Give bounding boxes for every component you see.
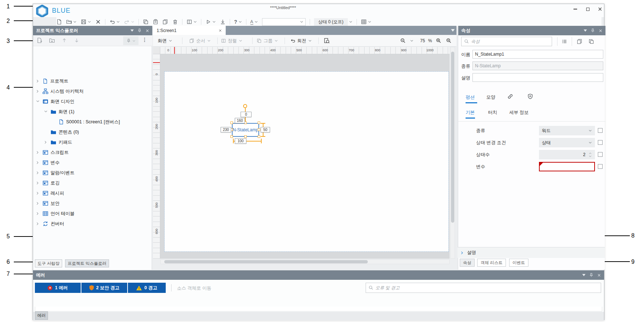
state-selector[interactable]: 상태 0 (오프) [314, 18, 353, 26]
rotation-handle[interactable] [243, 104, 247, 108]
selection-handle-e[interactable] [258, 128, 260, 131]
stepper-up-icon[interactable] [588, 152, 592, 155]
horizontal-scrollbar[interactable] [160, 259, 450, 264]
description-input[interactable] [472, 73, 603, 82]
minimize-button[interactable] [570, 5, 580, 13]
filter-errors-button[interactable]: ✕ 1 에러 [35, 283, 81, 293]
chevron-down-icon[interactable] [44, 110, 48, 114]
order-menu-button[interactable]: 순서 [189, 35, 211, 47]
panel-close-icon[interactable] [145, 29, 149, 33]
tree-item-security[interactable]: 보안 [36, 199, 60, 207]
properties-search-input[interactable] [471, 39, 549, 44]
tab-appearance[interactable]: 모양 [486, 94, 495, 100]
tab-link-icon[interactable] [507, 94, 513, 99]
prop-type-dropdown[interactable]: 워드 [539, 126, 595, 135]
tree-item-recipe[interactable]: 레시피 [36, 189, 64, 197]
help-button[interactable]: ? [234, 19, 242, 25]
prop-state-count-stepper[interactable]: 2 [539, 150, 595, 159]
vertical-scrollbar[interactable] [450, 47, 455, 259]
duplicate-button[interactable] [162, 19, 168, 25]
pin-icon[interactable] [589, 273, 594, 278]
tree-item-variables[interactable]: 변수 [36, 159, 60, 167]
chevron-right-icon[interactable] [36, 191, 40, 195]
horizontal-scrollbar-thumb[interactable] [164, 260, 368, 263]
export-document-button[interactable] [37, 37, 43, 43]
chevron-right-icon[interactable] [36, 171, 40, 175]
properties-search[interactable] [461, 37, 552, 46]
tab-events[interactable]: 이벤트 [509, 259, 528, 267]
tab-function[interactable]: 펑션 [466, 94, 475, 100]
layout-dropdown-icon[interactable] [193, 20, 197, 23]
target-combobox[interactable] [262, 18, 306, 26]
delete-button[interactable] [172, 19, 178, 25]
filter-security-warnings-button[interactable]: 2 보안 경고 [81, 283, 127, 293]
chevron-right-icon[interactable] [36, 212, 40, 215]
rotate-menu-button[interactable]: 회전 [290, 35, 312, 47]
panel-menu-icon[interactable] [584, 29, 587, 32]
save-button[interactable] [81, 19, 91, 25]
close-button[interactable] [595, 5, 605, 13]
tree-item-contents-folder[interactable]: 콘텐츠 (0) [51, 128, 79, 136]
zoom-out-button[interactable] [400, 35, 406, 47]
n-statelamp-widget[interactable]: N-StateLamp [232, 123, 259, 137]
subtab-touch[interactable]: 터치 [488, 110, 497, 116]
pin-icon[interactable] [137, 28, 142, 33]
grid-dropdown-icon[interactable] [368, 20, 371, 23]
tree-item-script[interactable]: 스크립트 [36, 148, 69, 156]
font-dropdown-icon[interactable] [254, 20, 258, 23]
open-dropdown-icon[interactable] [73, 20, 77, 23]
chevron-down-icon[interactable] [36, 100, 40, 103]
grid-button[interactable] [361, 19, 371, 25]
subtab-basic[interactable]: 기본 [466, 110, 475, 116]
chevron-right-icon[interactable] [36, 79, 40, 83]
selection-handle-sw[interactable] [230, 135, 233, 138]
tab-errors[interactable]: 에러 [35, 311, 48, 320]
prop-state-condition-checkbox[interactable] [598, 140, 603, 145]
paste-button[interactable] [153, 19, 158, 25]
save-dropdown-icon[interactable] [88, 20, 91, 23]
tree-item-logging[interactable]: 로깅 [36, 179, 60, 187]
filter-warnings-button[interactable]: 0 경고 [128, 283, 166, 293]
tab-properties[interactable]: 속성 [460, 259, 475, 267]
tree-item-keypad-folder[interactable]: 키패드 [44, 138, 72, 146]
run-button[interactable] [205, 19, 216, 25]
tree-item-converter[interactable]: 컨버터 [36, 220, 64, 228]
pin-icon[interactable] [590, 28, 595, 33]
align-menu-button[interactable]: 정렬 [221, 35, 242, 47]
prop-variable-input[interactable] [539, 162, 595, 171]
error-search[interactable] [366, 283, 601, 293]
paste-properties-button[interactable] [588, 39, 594, 44]
vertical-scrollbar-thumb[interactable] [451, 52, 454, 223]
tree-item-screens-folder[interactable]: 화면 (1) [44, 108, 75, 116]
open-button[interactable] [66, 19, 77, 25]
undo-dropdown-icon[interactable] [116, 20, 120, 23]
tree-item-project[interactable]: 프로젝트 [36, 77, 68, 85]
preview-button[interactable] [324, 35, 330, 47]
selection-handle-nw[interactable] [230, 122, 233, 124]
zoom-in-button[interactable] [436, 35, 442, 47]
chevron-right-icon[interactable] [44, 140, 48, 144]
tree-item-screen-design[interactable]: 화면 디자인 [36, 98, 75, 106]
move-down-button[interactable] [74, 37, 80, 43]
panel-close-icon[interactable] [597, 273, 601, 277]
prop-state-condition-dropdown[interactable]: 상태 [539, 138, 595, 147]
selection-handle-se[interactable] [258, 135, 260, 138]
property-list-view-button[interactable] [562, 39, 567, 44]
redo-button[interactable] [124, 19, 134, 25]
error-search-input[interactable] [375, 285, 598, 290]
move-up-button[interactable] [61, 37, 67, 43]
chevron-right-icon[interactable] [36, 181, 40, 185]
screen-menu-button[interactable]: 화면 [158, 35, 172, 47]
subtab-details[interactable]: 세부 정보 [509, 110, 528, 116]
state-selector-dropdown-icon[interactable] [349, 20, 353, 23]
download-button[interactable] [220, 19, 226, 25]
tab-security-icon[interactable] [527, 94, 533, 99]
undo-button[interactable] [109, 19, 120, 25]
chevron-right-icon[interactable] [36, 202, 40, 205]
layout-button[interactable] [186, 19, 197, 25]
tab-project-explorer[interactable]: 프로젝트 익스플로러 [65, 259, 109, 267]
panel-menu-icon[interactable] [582, 274, 585, 276]
zoom-value[interactable]: 75 [420, 35, 425, 47]
run-dropdown-icon[interactable] [212, 20, 216, 23]
tab-screen1[interactable]: 1:Screen1 [153, 26, 226, 35]
